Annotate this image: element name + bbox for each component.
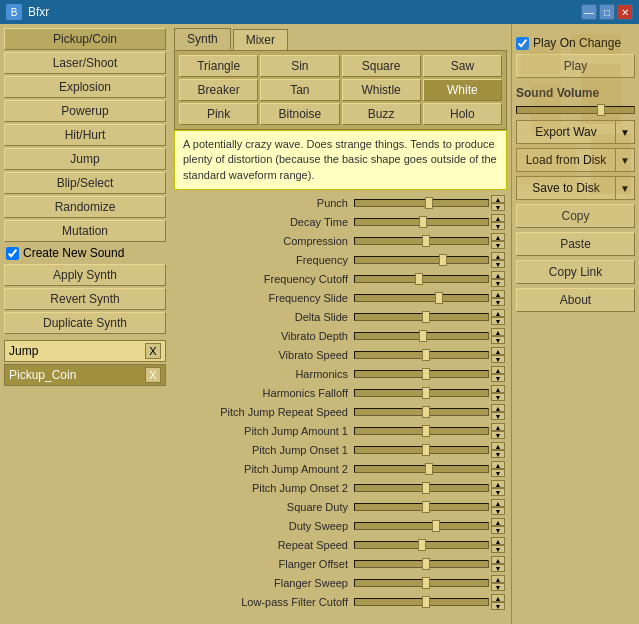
slider-pitch-jump-amt2-track[interactable] bbox=[354, 465, 489, 473]
slider-frequency-down[interactable]: ▼ bbox=[491, 260, 505, 268]
slider-pitch-jump-amt2-down[interactable]: ▼ bbox=[491, 469, 505, 477]
mutation-button[interactable]: Mutation bbox=[4, 220, 166, 242]
slider-freq-slide-down[interactable]: ▼ bbox=[491, 298, 505, 306]
explosion-button[interactable]: Explosion bbox=[4, 76, 166, 98]
list-item-jump-remove[interactable]: X bbox=[145, 343, 161, 359]
slider-lowpass-cutoff-down[interactable]: ▼ bbox=[491, 602, 505, 610]
slider-flanger-sweep-track[interactable] bbox=[354, 579, 489, 587]
duplicate-synth-button[interactable]: Duplicate Synth bbox=[4, 312, 166, 334]
slider-harmonics-down[interactable]: ▼ bbox=[491, 374, 505, 382]
slider-square-duty-track[interactable] bbox=[354, 503, 489, 511]
slider-pitch-jump-repeat-up[interactable]: ▲ bbox=[491, 404, 505, 412]
slider-decay-down[interactable]: ▼ bbox=[491, 222, 505, 230]
create-new-checkbox[interactable] bbox=[6, 247, 19, 260]
slider-delta-slide-up[interactable]: ▲ bbox=[491, 309, 505, 317]
slider-pitch-jump-repeat-track[interactable] bbox=[354, 408, 489, 416]
wave-buzz[interactable]: Buzz bbox=[342, 103, 421, 125]
slider-harmonics-falloff-up[interactable]: ▲ bbox=[491, 385, 505, 393]
slider-square-duty-up[interactable]: ▲ bbox=[491, 499, 505, 507]
tab-mixer[interactable]: Mixer bbox=[233, 29, 288, 50]
blip-select-button[interactable]: Blip/Select bbox=[4, 172, 166, 194]
revert-synth-button[interactable]: Revert Synth bbox=[4, 288, 166, 310]
slider-frequency-up[interactable]: ▲ bbox=[491, 252, 505, 260]
jump-button[interactable]: Jump bbox=[4, 148, 166, 170]
slider-pitch-jump-amt1-up[interactable]: ▲ bbox=[491, 423, 505, 431]
slider-freq-slide-up[interactable]: ▲ bbox=[491, 290, 505, 298]
slider-vibrato-speed-up[interactable]: ▲ bbox=[491, 347, 505, 355]
slider-flanger-offset-up[interactable]: ▲ bbox=[491, 556, 505, 564]
slider-compression-track[interactable] bbox=[354, 237, 489, 245]
slider-decay-track[interactable] bbox=[354, 218, 489, 226]
slider-pitch-jump-amt1-track[interactable] bbox=[354, 427, 489, 435]
wave-square[interactable]: Square bbox=[342, 55, 421, 77]
copy-button[interactable]: Copy bbox=[516, 204, 635, 228]
slider-vibrato-speed-down[interactable]: ▼ bbox=[491, 355, 505, 363]
slider-lowpass-cutoff-up[interactable]: ▲ bbox=[491, 594, 505, 602]
export-wav-arrow[interactable]: ▼ bbox=[616, 121, 634, 143]
slider-freq-cutoff-up[interactable]: ▲ bbox=[491, 271, 505, 279]
slider-delta-slide-down[interactable]: ▼ bbox=[491, 317, 505, 325]
export-wav-button[interactable]: Export Wav bbox=[517, 121, 616, 143]
slider-repeat-speed-down[interactable]: ▼ bbox=[491, 545, 505, 553]
slider-harmonics-track[interactable] bbox=[354, 370, 489, 378]
slider-pitch-jump-onset1-track[interactable] bbox=[354, 446, 489, 454]
list-item-pickup-remove[interactable]: X bbox=[145, 367, 161, 383]
slider-pitch-jump-onset2-track[interactable] bbox=[354, 484, 489, 492]
play-button[interactable]: Play bbox=[516, 54, 635, 78]
copy-link-button[interactable]: Copy Link bbox=[516, 260, 635, 284]
save-to-disk-button[interactable]: Save to Disk bbox=[517, 177, 616, 199]
slider-harmonics-up[interactable]: ▲ bbox=[491, 366, 505, 374]
apply-synth-button[interactable]: Apply Synth bbox=[4, 264, 166, 286]
slider-duty-sweep-track[interactable] bbox=[354, 522, 489, 530]
slider-frequency-track[interactable] bbox=[354, 256, 489, 264]
wave-pink[interactable]: Pink bbox=[179, 103, 258, 125]
laser-shoot-button[interactable]: Laser/Shoot bbox=[4, 52, 166, 74]
wave-sin[interactable]: Sin bbox=[260, 55, 339, 77]
maximize-button[interactable]: □ bbox=[599, 4, 615, 20]
volume-slider[interactable] bbox=[516, 106, 635, 114]
slider-flanger-sweep-down[interactable]: ▼ bbox=[491, 583, 505, 591]
slider-flanger-sweep-up[interactable]: ▲ bbox=[491, 575, 505, 583]
wave-triangle[interactable]: Triangle bbox=[179, 55, 258, 77]
wave-breaker[interactable]: Breaker bbox=[179, 79, 258, 101]
slider-repeat-speed-up[interactable]: ▲ bbox=[491, 537, 505, 545]
save-to-disk-arrow[interactable]: ▼ bbox=[616, 177, 634, 199]
minimize-button[interactable]: — bbox=[581, 4, 597, 20]
slider-vibrato-speed-track[interactable] bbox=[354, 351, 489, 359]
slider-square-duty-down[interactable]: ▼ bbox=[491, 507, 505, 515]
slider-duty-sweep-up[interactable]: ▲ bbox=[491, 518, 505, 526]
slider-vibrato-depth-down[interactable]: ▼ bbox=[491, 336, 505, 344]
slider-duty-sweep-down[interactable]: ▼ bbox=[491, 526, 505, 534]
slider-pitch-jump-onset2-down[interactable]: ▼ bbox=[491, 488, 505, 496]
powerup-button[interactable]: Powerup bbox=[4, 100, 166, 122]
slider-freq-cutoff-down[interactable]: ▼ bbox=[491, 279, 505, 287]
slider-flanger-offset-track[interactable] bbox=[354, 560, 489, 568]
slider-freq-slide-track[interactable] bbox=[354, 294, 489, 302]
load-from-disk-button[interactable]: Load from Disk bbox=[517, 149, 616, 171]
about-button[interactable]: About bbox=[516, 288, 635, 312]
slider-pitch-jump-onset1-down[interactable]: ▼ bbox=[491, 450, 505, 458]
slider-punch-down[interactable]: ▼ bbox=[491, 203, 505, 211]
slider-decay-up[interactable]: ▲ bbox=[491, 214, 505, 222]
slider-compression-up[interactable]: ▲ bbox=[491, 233, 505, 241]
hit-hurt-button[interactable]: Hit/Hurt bbox=[4, 124, 166, 146]
wave-saw[interactable]: Saw bbox=[423, 55, 502, 77]
slider-harmonics-falloff-track[interactable] bbox=[354, 389, 489, 397]
slider-pitch-jump-amt1-down[interactable]: ▼ bbox=[491, 431, 505, 439]
wave-tan[interactable]: Tan bbox=[260, 79, 339, 101]
randomize-button[interactable]: Randomize bbox=[4, 196, 166, 218]
load-from-disk-arrow[interactable]: ▼ bbox=[616, 149, 634, 171]
wave-holo[interactable]: Holo bbox=[423, 103, 502, 125]
slider-delta-slide-track[interactable] bbox=[354, 313, 489, 321]
close-button[interactable]: ✕ bbox=[617, 4, 633, 20]
slider-vibrato-depth-track[interactable] bbox=[354, 332, 489, 340]
slider-punch-track[interactable] bbox=[354, 199, 489, 207]
paste-button[interactable]: Paste bbox=[516, 232, 635, 256]
slider-compression-down[interactable]: ▼ bbox=[491, 241, 505, 249]
tab-synth[interactable]: Synth bbox=[174, 28, 231, 50]
slider-harmonics-falloff-down[interactable]: ▼ bbox=[491, 393, 505, 401]
slider-pitch-jump-onset2-up[interactable]: ▲ bbox=[491, 480, 505, 488]
slider-vibrato-depth-up[interactable]: ▲ bbox=[491, 328, 505, 336]
slider-freq-cutoff-track[interactable] bbox=[354, 275, 489, 283]
wave-bitnoise[interactable]: Bitnoise bbox=[260, 103, 339, 125]
